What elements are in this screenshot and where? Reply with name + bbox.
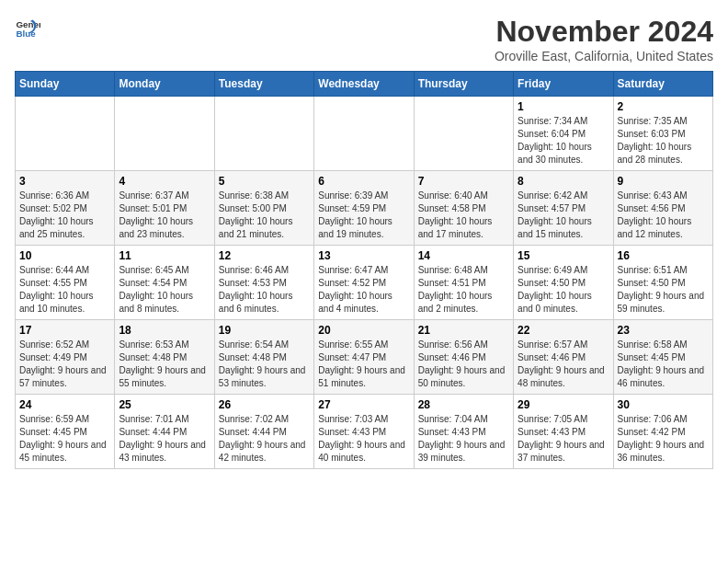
day-number: 20 [318,324,409,337]
calendar-table: SundayMondayTuesdayWednesdayThursdayFrid… [15,71,713,469]
day-number: 14 [418,249,509,262]
header: General Blue November 2024 Oroville East… [15,15,713,63]
calendar-cell [414,97,513,171]
calendar-cell: 29Sunrise: 7:05 AM Sunset: 4:43 PM Dayli… [514,395,613,469]
calendar-cell: 1Sunrise: 7:34 AM Sunset: 6:04 PM Daylig… [514,97,613,171]
calendar-cell: 24Sunrise: 6:59 AM Sunset: 4:45 PM Dayli… [16,395,115,469]
calendar-cell: 19Sunrise: 6:54 AM Sunset: 4:48 PM Dayli… [214,320,313,395]
day-info: Sunrise: 6:54 AM Sunset: 4:48 PM Dayligh… [219,339,310,390]
calendar-cell: 28Sunrise: 7:04 AM Sunset: 4:43 PM Dayli… [414,395,513,469]
calendar-week-4: 24Sunrise: 6:59 AM Sunset: 4:45 PM Dayli… [16,395,713,469]
calendar-cell: 6Sunrise: 6:39 AM Sunset: 4:59 PM Daylig… [314,171,414,246]
day-number: 13 [318,249,409,262]
day-info: Sunrise: 6:43 AM Sunset: 4:56 PM Dayligh… [618,190,709,241]
calendar-week-3: 17Sunrise: 6:52 AM Sunset: 4:49 PM Dayli… [16,320,713,395]
calendar-cell [115,97,214,171]
calendar-week-1: 3Sunrise: 6:36 AM Sunset: 5:02 PM Daylig… [16,171,713,246]
day-info: Sunrise: 6:52 AM Sunset: 4:49 PM Dayligh… [19,339,110,390]
day-number: 28 [418,398,509,411]
calendar-cell: 27Sunrise: 7:03 AM Sunset: 4:43 PM Dayli… [314,395,414,469]
day-number: 4 [119,175,210,188]
calendar-cell: 25Sunrise: 7:01 AM Sunset: 4:44 PM Dayli… [115,395,214,469]
day-number: 1 [518,100,609,113]
day-number: 2 [618,100,709,113]
day-info: Sunrise: 7:02 AM Sunset: 4:44 PM Dayligh… [219,413,310,465]
day-info: Sunrise: 6:53 AM Sunset: 4:48 PM Dayligh… [119,339,210,390]
day-info: Sunrise: 6:46 AM Sunset: 4:53 PM Dayligh… [219,264,310,316]
day-info: Sunrise: 6:44 AM Sunset: 4:55 PM Dayligh… [19,264,110,316]
day-number: 9 [618,175,709,188]
day-info: Sunrise: 6:47 AM Sunset: 4:52 PM Dayligh… [318,264,409,316]
calendar-cell: 4Sunrise: 6:37 AM Sunset: 5:01 PM Daylig… [115,171,214,246]
day-number: 22 [518,324,609,337]
day-number: 6 [318,175,409,188]
day-number: 3 [19,175,110,188]
day-info: Sunrise: 6:37 AM Sunset: 5:01 PM Dayligh… [119,190,210,241]
calendar-cell: 2Sunrise: 7:35 AM Sunset: 6:03 PM Daylig… [613,97,712,171]
day-info: Sunrise: 7:06 AM Sunset: 4:42 PM Dayligh… [618,413,709,465]
logo-icon: General Blue [15,15,40,40]
day-number: 11 [119,249,210,262]
day-info: Sunrise: 7:03 AM Sunset: 4:43 PM Dayligh… [318,413,409,465]
calendar-cell: 3Sunrise: 6:36 AM Sunset: 5:02 PM Daylig… [16,171,115,246]
day-info: Sunrise: 7:35 AM Sunset: 6:03 PM Dayligh… [618,115,709,167]
day-info: Sunrise: 6:36 AM Sunset: 5:02 PM Dayligh… [19,190,110,241]
weekday-header-thursday: Thursday [414,72,513,97]
day-info: Sunrise: 6:38 AM Sunset: 5:00 PM Dayligh… [219,190,310,241]
day-info: Sunrise: 7:34 AM Sunset: 6:04 PM Dayligh… [518,115,609,167]
weekday-header-monday: Monday [115,72,214,97]
day-number: 8 [518,175,609,188]
calendar-cell: 9Sunrise: 6:43 AM Sunset: 4:56 PM Daylig… [613,171,712,246]
weekday-header-tuesday: Tuesday [214,72,313,97]
day-number: 24 [19,398,110,411]
calendar-cell: 7Sunrise: 6:40 AM Sunset: 4:58 PM Daylig… [414,171,513,246]
logo: General Blue [15,15,40,40]
calendar-cell: 22Sunrise: 6:57 AM Sunset: 4:46 PM Dayli… [514,320,613,395]
day-info: Sunrise: 6:39 AM Sunset: 4:59 PM Dayligh… [318,190,409,241]
calendar-cell: 10Sunrise: 6:44 AM Sunset: 4:55 PM Dayli… [16,246,115,320]
day-number: 5 [219,175,310,188]
calendar-cell: 26Sunrise: 7:02 AM Sunset: 4:44 PM Dayli… [214,395,313,469]
day-info: Sunrise: 6:59 AM Sunset: 4:45 PM Dayligh… [19,413,110,465]
weekday-header-sunday: Sunday [16,72,115,97]
day-info: Sunrise: 6:40 AM Sunset: 4:58 PM Dayligh… [418,190,509,241]
day-number: 18 [119,324,210,337]
svg-text:Blue: Blue [16,29,36,39]
subtitle: Oroville East, California, United States [495,49,713,63]
day-info: Sunrise: 6:58 AM Sunset: 4:45 PM Dayligh… [618,339,709,390]
calendar-cell [16,97,115,171]
title-area: November 2024 Oroville East, California,… [495,15,713,63]
calendar-cell: 20Sunrise: 6:55 AM Sunset: 4:47 PM Dayli… [314,320,414,395]
day-number: 21 [418,324,509,337]
day-number: 15 [518,249,609,262]
day-number: 29 [518,398,609,411]
day-number: 26 [219,398,310,411]
day-number: 27 [318,398,409,411]
day-info: Sunrise: 6:45 AM Sunset: 4:54 PM Dayligh… [119,264,210,316]
calendar-cell: 11Sunrise: 6:45 AM Sunset: 4:54 PM Dayli… [115,246,214,320]
weekday-header-saturday: Saturday [613,72,712,97]
day-number: 19 [219,324,310,337]
day-info: Sunrise: 6:48 AM Sunset: 4:51 PM Dayligh… [418,264,509,316]
calendar-week-2: 10Sunrise: 6:44 AM Sunset: 4:55 PM Dayli… [16,246,713,320]
day-info: Sunrise: 6:57 AM Sunset: 4:46 PM Dayligh… [518,339,609,390]
weekday-header-friday: Friday [514,72,613,97]
calendar-cell: 23Sunrise: 6:58 AM Sunset: 4:45 PM Dayli… [613,320,712,395]
day-info: Sunrise: 6:42 AM Sunset: 4:57 PM Dayligh… [518,190,609,241]
day-info: Sunrise: 6:49 AM Sunset: 4:50 PM Dayligh… [518,264,609,316]
weekday-header-wednesday: Wednesday [314,72,414,97]
calendar-cell: 12Sunrise: 6:46 AM Sunset: 4:53 PM Dayli… [214,246,313,320]
day-number: 17 [19,324,110,337]
calendar-cell: 16Sunrise: 6:51 AM Sunset: 4:50 PM Dayli… [613,246,712,320]
day-info: Sunrise: 7:01 AM Sunset: 4:44 PM Dayligh… [119,413,210,465]
calendar-cell [314,97,414,171]
day-number: 25 [119,398,210,411]
day-info: Sunrise: 7:04 AM Sunset: 4:43 PM Dayligh… [418,413,509,465]
day-number: 16 [618,249,709,262]
calendar-cell [214,97,313,171]
month-title: November 2024 [495,15,713,49]
calendar-cell: 17Sunrise: 6:52 AM Sunset: 4:49 PM Dayli… [16,320,115,395]
day-number: 7 [418,175,509,188]
day-info: Sunrise: 7:05 AM Sunset: 4:43 PM Dayligh… [518,413,609,465]
day-number: 12 [219,249,310,262]
